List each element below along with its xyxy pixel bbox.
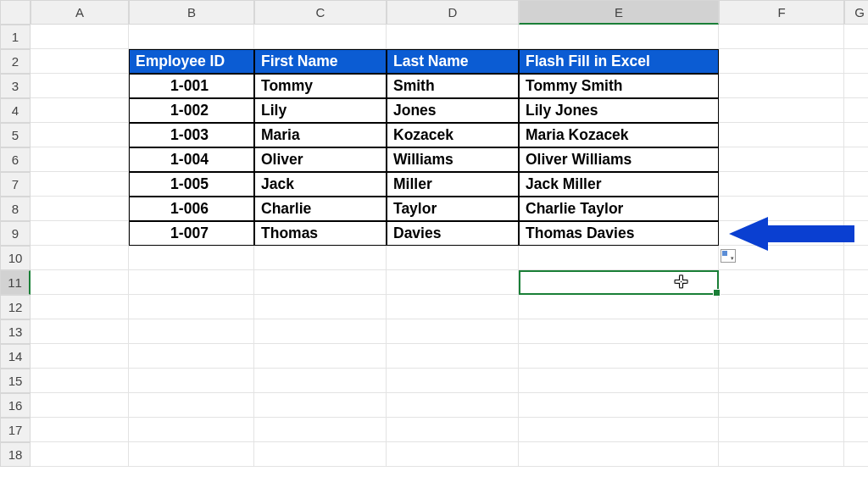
cell-G12[interactable]	[844, 295, 868, 319]
cell-G7[interactable]	[844, 172, 868, 197]
cell-A1[interactable]	[31, 25, 129, 49]
cell-F6[interactable]	[719, 147, 844, 172]
cell-B10[interactable]	[129, 246, 254, 270]
cell-C10[interactable]	[254, 246, 387, 270]
row-header-16[interactable]: 16	[0, 393, 31, 418]
cell-D14[interactable]	[387, 344, 519, 369]
cell-C17[interactable]	[254, 418, 387, 442]
cell-A8[interactable]	[31, 197, 129, 221]
cell-D13[interactable]	[387, 319, 519, 344]
cell-F15[interactable]	[719, 369, 844, 393]
cell-B11[interactable]	[129, 270, 254, 295]
cell-F7[interactable]	[719, 172, 844, 197]
cell-E4[interactable]: Lily Jones	[519, 98, 719, 123]
cell-C14[interactable]	[254, 344, 387, 369]
row-header-8[interactable]: 8	[0, 197, 31, 221]
cell-F11[interactable]	[719, 270, 844, 295]
cell-B5[interactable]: 1-003	[129, 123, 254, 147]
cell-D18[interactable]	[387, 442, 519, 467]
cell-C15[interactable]	[254, 369, 387, 393]
row-header-12[interactable]: 12	[0, 295, 31, 319]
cell-E1[interactable]	[519, 25, 719, 49]
cell-A17[interactable]	[31, 418, 129, 442]
cell-E2[interactable]: Flash Fill in Excel	[519, 49, 719, 74]
cell-D2[interactable]: Last Name	[387, 49, 519, 74]
cell-C16[interactable]	[254, 393, 387, 418]
cell-C8[interactable]: Charlie	[254, 197, 387, 221]
cell-B12[interactable]	[129, 295, 254, 319]
col-header-C[interactable]: C	[254, 0, 387, 25]
row-header-18[interactable]: 18	[0, 442, 31, 467]
cell-E13[interactable]	[519, 319, 719, 344]
row-header-17[interactable]: 17	[0, 418, 31, 442]
cell-F4[interactable]	[719, 98, 844, 123]
col-header-B[interactable]: B	[129, 0, 254, 25]
cell-B18[interactable]	[129, 442, 254, 467]
cell-B9[interactable]: 1-007	[129, 221, 254, 246]
cell-A4[interactable]	[31, 98, 129, 123]
col-header-A[interactable]: A	[31, 0, 129, 25]
cell-G18[interactable]	[844, 442, 868, 467]
cell-F17[interactable]	[719, 418, 844, 442]
row-header-6[interactable]: 6	[0, 147, 31, 172]
cell-F16[interactable]	[719, 393, 844, 418]
row-header-3[interactable]: 3	[0, 74, 31, 98]
row-header-15[interactable]: 15	[0, 369, 31, 393]
cell-D12[interactable]	[387, 295, 519, 319]
cell-B3[interactable]: 1-001	[129, 74, 254, 98]
cell-D7[interactable]: Miller	[387, 172, 519, 197]
cell-D15[interactable]	[387, 369, 519, 393]
cell-D8[interactable]: Taylor	[387, 197, 519, 221]
cell-G3[interactable]	[844, 74, 868, 98]
cell-E5[interactable]: Maria Kozacek	[519, 123, 719, 147]
cell-B16[interactable]	[129, 393, 254, 418]
cell-A3[interactable]	[31, 74, 129, 98]
cell-B15[interactable]	[129, 369, 254, 393]
cell-E7[interactable]: Jack Miller	[519, 172, 719, 197]
cell-G1[interactable]	[844, 25, 868, 49]
cell-B1[interactable]	[129, 25, 254, 49]
cell-A9[interactable]	[31, 221, 129, 246]
col-header-G[interactable]: G	[844, 0, 868, 25]
cell-G11[interactable]	[844, 270, 868, 295]
row-header-2[interactable]: 2	[0, 49, 31, 74]
row-header-7[interactable]: 7	[0, 172, 31, 197]
cell-B14[interactable]	[129, 344, 254, 369]
cell-C12[interactable]	[254, 295, 387, 319]
select-all-corner[interactable]	[0, 0, 31, 25]
row-header-5[interactable]: 5	[0, 123, 31, 147]
row-header-13[interactable]: 13	[0, 319, 31, 344]
col-header-F[interactable]: F	[719, 0, 844, 25]
cell-A12[interactable]	[31, 295, 129, 319]
cell-A11[interactable]	[31, 270, 129, 295]
cell-B7[interactable]: 1-005	[129, 172, 254, 197]
cell-F3[interactable]	[719, 74, 844, 98]
cell-G5[interactable]	[844, 123, 868, 147]
cell-E15[interactable]	[519, 369, 719, 393]
cell-A5[interactable]	[31, 123, 129, 147]
cell-F12[interactable]	[719, 295, 844, 319]
cell-F13[interactable]	[719, 319, 844, 344]
row-header-1[interactable]: 1	[0, 25, 31, 49]
cell-F2[interactable]	[719, 49, 844, 74]
cell-B13[interactable]	[129, 319, 254, 344]
cell-D1[interactable]	[387, 25, 519, 49]
cell-G6[interactable]	[844, 147, 868, 172]
cell-D4[interactable]: Jones	[387, 98, 519, 123]
cell-D9[interactable]: Davies	[387, 221, 519, 246]
cell-C5[interactable]: Maria	[254, 123, 387, 147]
cell-C9[interactable]: Thomas	[254, 221, 387, 246]
cell-C2[interactable]: First Name	[254, 49, 387, 74]
cell-D10[interactable]	[387, 246, 519, 270]
cell-G16[interactable]	[844, 393, 868, 418]
cell-D11[interactable]	[387, 270, 519, 295]
col-header-E[interactable]: E	[519, 0, 719, 25]
cell-C3[interactable]: Tommy	[254, 74, 387, 98]
cell-A6[interactable]	[31, 147, 129, 172]
cell-E12[interactable]	[519, 295, 719, 319]
cell-G2[interactable]	[844, 49, 868, 74]
cell-D5[interactable]: Kozacek	[387, 123, 519, 147]
cell-C4[interactable]: Lily	[254, 98, 387, 123]
cell-B8[interactable]: 1-006	[129, 197, 254, 221]
cell-A7[interactable]	[31, 172, 129, 197]
